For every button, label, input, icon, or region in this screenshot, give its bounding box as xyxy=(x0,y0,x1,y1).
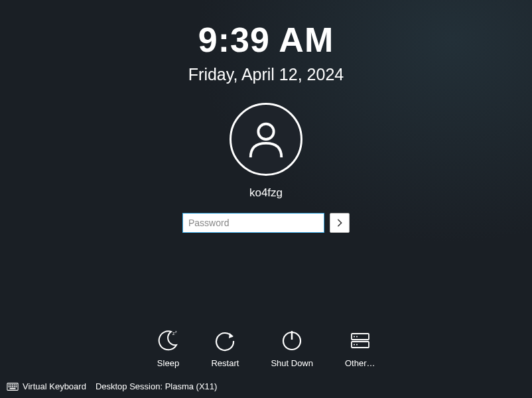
svg-point-8 xyxy=(356,336,358,338)
svg-text:z: z xyxy=(175,330,177,334)
svg-rect-17 xyxy=(9,386,10,387)
svg-rect-20 xyxy=(14,386,15,387)
svg-rect-19 xyxy=(12,386,13,387)
svg-point-7 xyxy=(354,336,355,338)
password-row xyxy=(0,213,532,233)
other-icon xyxy=(349,329,371,352)
password-input[interactable] xyxy=(182,213,324,233)
shutdown-label: Shut Down xyxy=(271,358,313,368)
svg-rect-22 xyxy=(10,387,16,389)
sleep-icon: z z xyxy=(157,329,179,352)
user-section: ko4fzg xyxy=(0,103,532,233)
clock-date: Friday, April 12, 2024 xyxy=(0,65,532,84)
shutdown-button[interactable]: Shut Down xyxy=(271,329,313,368)
desktop-session-selector[interactable]: Desktop Session: Plasma (X11) xyxy=(96,381,218,391)
other-sessions-button[interactable]: Other… xyxy=(345,329,375,368)
clock-time: 9:39 AM xyxy=(0,20,532,60)
desktop-session-label: Desktop Session: Plasma (X11) xyxy=(96,381,218,391)
login-submit-button[interactable] xyxy=(330,213,350,233)
restart-button[interactable]: Restart xyxy=(211,329,239,368)
svg-rect-12 xyxy=(9,384,10,385)
svg-point-9 xyxy=(354,344,355,346)
svg-rect-15 xyxy=(14,384,15,385)
chevron-right-icon xyxy=(336,218,343,228)
svg-rect-13 xyxy=(10,384,11,385)
bottom-bar: Virtual Keyboard Desktop Session: Plasma… xyxy=(7,381,217,391)
keyboard-icon xyxy=(7,382,19,391)
sleep-label: Sleep xyxy=(157,358,179,368)
restart-icon xyxy=(214,329,236,352)
virtual-keyboard-label: Virtual Keyboard xyxy=(23,381,86,391)
svg-point-0 xyxy=(258,124,273,139)
restart-label: Restart xyxy=(211,358,239,368)
svg-rect-21 xyxy=(16,386,17,387)
svg-rect-16 xyxy=(16,384,17,385)
virtual-keyboard-button[interactable]: Virtual Keyboard xyxy=(7,381,86,391)
svg-rect-18 xyxy=(10,386,11,387)
svg-rect-14 xyxy=(12,384,13,385)
power-icon xyxy=(281,329,303,352)
user-avatar[interactable] xyxy=(230,103,302,176)
other-label: Other… xyxy=(345,358,375,368)
username-label: ko4fzg xyxy=(0,186,532,200)
clock-section: 9:39 AM Friday, April 12, 2024 xyxy=(0,0,532,84)
system-actions: z z Sleep Restart Shut Down xyxy=(0,329,532,368)
svg-point-10 xyxy=(356,344,358,346)
sleep-button[interactable]: z z Sleep xyxy=(157,329,179,368)
user-icon xyxy=(245,119,287,160)
